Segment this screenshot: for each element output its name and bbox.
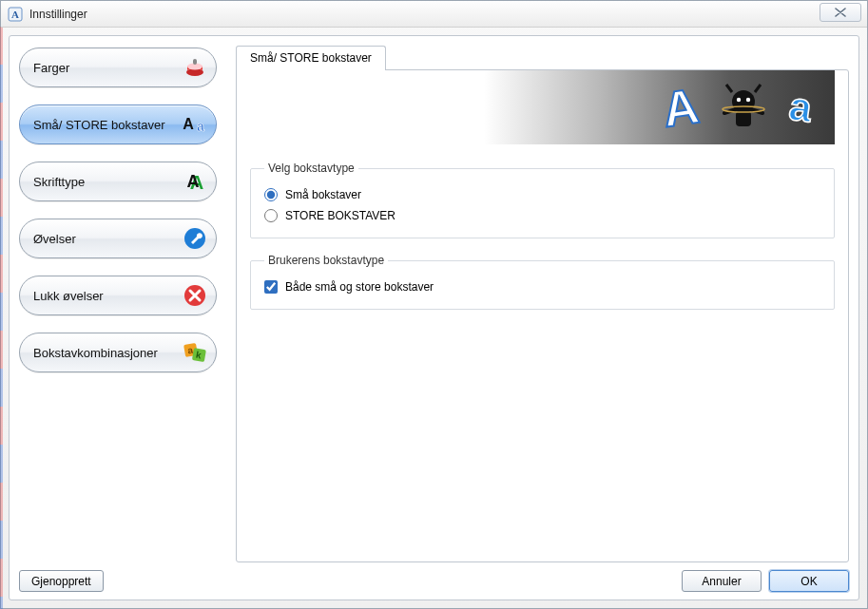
group-legend: Brukerens bokstavtype xyxy=(264,254,388,267)
svg-text:A: A xyxy=(187,172,200,191)
tab-strip: Små/ STORE bokstaver xyxy=(236,46,849,70)
cancel-button[interactable]: Annuler xyxy=(682,570,762,592)
letters-aa-icon: Aa xyxy=(182,111,208,138)
button-label: Annuler xyxy=(702,575,741,588)
letter-blocks-icon: ak xyxy=(182,339,208,366)
svg-rect-4 xyxy=(193,59,197,65)
radio-lowercase-input[interactable] xyxy=(264,188,278,201)
button-label: OK xyxy=(800,575,817,588)
svg-text:A: A xyxy=(659,79,702,136)
sidebar-item-label: Øvelser xyxy=(33,232,76,246)
checkbox-both-cases[interactable]: Både små og store bokstaver xyxy=(264,276,820,297)
font-a-icon: AA xyxy=(182,168,208,195)
svg-text:a: a xyxy=(197,119,204,134)
sidebar-item-exercises[interactable]: Øvelser xyxy=(19,219,217,258)
sidebar-item-font[interactable]: Skrifttype AA xyxy=(19,162,217,201)
checkbox-label: Både små og store bokstaver xyxy=(285,280,434,294)
svg-text:A: A xyxy=(183,116,194,132)
sidebar-item-case[interactable]: Små/ STORE bokstaver Aa xyxy=(19,105,217,144)
window-close-button[interactable] xyxy=(820,3,861,22)
radio-lowercase[interactable]: Små bokstaver xyxy=(264,184,820,205)
radio-uppercase[interactable]: STORE BOKSTAVER xyxy=(264,205,820,226)
svg-text:A: A xyxy=(11,9,19,20)
panel: Små/ STORE bokstaver A xyxy=(236,46,849,562)
button-label: Gjenopprett xyxy=(31,575,91,588)
tab-body: A a xyxy=(236,69,849,562)
close-icon xyxy=(834,8,847,17)
tab-label: Små/ STORE bokstaver xyxy=(250,51,372,65)
wrench-icon xyxy=(182,225,208,252)
radio-label: STORE BOKSTAVER xyxy=(285,209,395,222)
main-row: Farger Små/ STORE bokstaver Aa Skrifttyp… xyxy=(19,46,849,562)
sidebar-item-label: Farger xyxy=(33,61,69,75)
sidebar-item-letter-combos[interactable]: Bokstavkombinasjoner ak xyxy=(19,333,217,372)
hero-banner: A a xyxy=(250,70,835,144)
window-title: Innstillinger xyxy=(29,8,87,21)
settings-window: A Innstillinger Farger Små/ STORE boksta… xyxy=(0,0,868,609)
svg-text:a: a xyxy=(786,84,815,131)
sidebar-item-label: Små/ STORE bokstaver xyxy=(33,118,164,132)
sidebar-item-label: Skrifttype xyxy=(33,175,85,189)
svg-point-17 xyxy=(737,98,741,102)
content-frame: Farger Små/ STORE bokstaver Aa Skrifttyp… xyxy=(9,35,859,600)
group-user-letter-type: Brukerens bokstavtype Både små og store … xyxy=(250,254,835,310)
titlebar: A Innstillinger xyxy=(1,1,867,28)
restore-button[interactable]: Gjenopprett xyxy=(19,570,104,592)
tab-case[interactable]: Små/ STORE bokstaver xyxy=(236,46,386,70)
group-legend: Velg bokstavtype xyxy=(264,162,358,175)
sidebar-item-close-exercises[interactable]: Lukk øvelser xyxy=(19,276,217,315)
hero-letter-a-small-icon: a xyxy=(776,83,825,132)
close-circle-icon xyxy=(182,282,208,309)
decorative-edge xyxy=(0,27,3,609)
app-icon: A xyxy=(7,6,24,23)
radio-uppercase-input[interactable] xyxy=(264,209,278,222)
svg-rect-19 xyxy=(736,111,751,126)
checkbox-both-cases-input[interactable] xyxy=(264,280,278,294)
hero-letter-a-big-icon: A xyxy=(654,79,711,136)
sidebar-item-colors[interactable]: Farger xyxy=(19,48,217,87)
svg-point-18 xyxy=(746,98,750,102)
group-letter-type: Velg bokstavtype Små bokstaver STORE BOK… xyxy=(250,162,835,238)
sidebar-item-label: Lukk øvelser xyxy=(33,289,104,303)
button-row: Gjenopprett Annuler OK xyxy=(19,562,849,592)
sidebar-item-label: Bokstavkombinasjoner xyxy=(33,346,158,360)
ok-button[interactable]: OK xyxy=(769,570,849,592)
paint-bucket-icon xyxy=(182,54,208,81)
hero-mascot-icon xyxy=(717,81,770,134)
sidebar: Farger Små/ STORE bokstaver Aa Skrifttyp… xyxy=(19,46,217,562)
radio-label: Små bokstaver xyxy=(285,188,361,201)
